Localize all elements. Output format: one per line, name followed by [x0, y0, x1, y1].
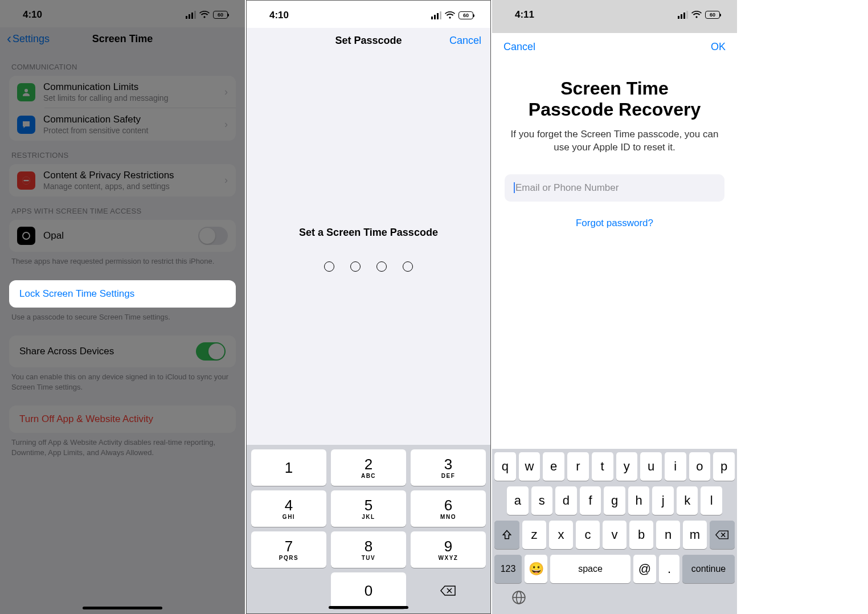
no-entry-icon	[17, 171, 35, 190]
wifi-icon	[691, 11, 702, 19]
key-o[interactable]: o	[689, 452, 711, 481]
key-v[interactable]: v	[603, 521, 627, 549]
key-5[interactable]: 5JKL	[331, 490, 406, 527]
home-indicator[interactable]	[83, 607, 162, 609]
battery-icon: 60	[213, 11, 228, 19]
key-shift[interactable]	[494, 521, 519, 549]
home-indicator[interactable]	[329, 606, 408, 609]
globe-icon[interactable]	[494, 587, 735, 608]
key-n[interactable]: n	[656, 521, 680, 549]
row-share-across-devices[interactable]: Share Across Devices	[9, 335, 236, 367]
passcode-dot	[350, 261, 361, 272]
key-1[interactable]: 1	[251, 449, 326, 486]
key-q[interactable]: q	[494, 452, 516, 481]
sheet-body: Screen TimePasscode Recovery If you forg…	[492, 61, 737, 229]
numeric-keypad: 12ABC3DEF4GHI5JKL6MNO7PQRS8TUV9WXYZ0	[247, 445, 490, 613]
key-dot[interactable]: .	[659, 555, 679, 583]
cancel-button[interactable]: Cancel	[503, 41, 535, 53]
key-x[interactable]: x	[549, 521, 573, 549]
lock-screen-time-button[interactable]: Lock Screen Time Settings	[9, 280, 236, 308]
key-backspace[interactable]	[411, 572, 486, 609]
cellular-icon	[431, 11, 441, 19]
key-g[interactable]: g	[604, 486, 625, 515]
passcode-dots	[324, 261, 413, 272]
key-0[interactable]: 0	[331, 572, 406, 609]
key-e[interactable]: e	[543, 452, 564, 481]
key-w[interactable]: w	[519, 452, 541, 481]
key-9[interactable]: 9WXYZ	[411, 531, 486, 568]
share-toggle[interactable]	[196, 342, 226, 361]
chevron-right-icon: ›	[224, 118, 228, 130]
key-b[interactable]: b	[629, 521, 653, 549]
row-content-privacy[interactable]: Content & Privacy Restrictions Manage co…	[9, 164, 236, 197]
key-blank	[251, 572, 326, 609]
ok-button[interactable]: OK	[711, 41, 726, 53]
status-bar: 4:10 60	[247, 1, 490, 28]
key-7[interactable]: 7PQRS	[251, 531, 326, 568]
key-emoji[interactable]: 😀	[525, 555, 547, 583]
key-m[interactable]: m	[683, 521, 707, 549]
chevron-right-icon: ›	[224, 86, 228, 98]
key-t[interactable]: t	[592, 452, 613, 481]
wifi-icon	[445, 11, 455, 19]
key-r[interactable]: r	[567, 452, 589, 481]
battery-icon: 60	[705, 11, 720, 19]
email-field[interactable]: Email or Phone Number	[505, 174, 724, 202]
key-z[interactable]: z	[522, 521, 546, 549]
qwerty-keyboard: qwertyuiop asdfghjkl zxcvbnm 123 😀 space…	[492, 449, 737, 614]
key-p[interactable]: p	[713, 452, 735, 481]
row-title: Opal	[43, 230, 190, 241]
passcode-area: Set a Screen Time Passcode	[247, 53, 490, 445]
key-a[interactable]: a	[507, 486, 529, 515]
svg-point-4	[23, 232, 30, 239]
key-4[interactable]: 4GHI	[251, 490, 326, 527]
key-k[interactable]: k	[677, 486, 698, 515]
cellular-icon	[678, 11, 688, 19]
key-j[interactable]: j	[652, 486, 674, 515]
key-h[interactable]: h	[628, 486, 650, 515]
opal-toggle[interactable]	[198, 227, 228, 245]
forgot-password-link[interactable]: Forgot password?	[505, 218, 724, 229]
section-apps-access: APPS WITH SCREEN TIME ACCESS	[0, 197, 245, 220]
section-communication: COMMUNICATION	[0, 52, 245, 76]
status-indicators: 60	[431, 11, 473, 19]
key-s[interactable]: s	[531, 486, 553, 515]
key-f[interactable]: f	[580, 486, 601, 515]
key-continue[interactable]: continue	[682, 555, 735, 583]
status-time: 4:11	[515, 9, 534, 21]
sheet-description: If you forget the Screen Time passcode, …	[505, 128, 724, 154]
row-opal[interactable]: Opal	[9, 220, 236, 252]
sheet-backdrop	[492, 27, 737, 33]
key-at[interactable]: @	[633, 555, 656, 583]
key-123[interactable]: 123	[494, 555, 522, 583]
group-turnoff: Turn Off App & Website Activity	[9, 406, 236, 433]
group-lock-settings: Lock Screen Time Settings	[9, 280, 236, 308]
turnoff-footer: Turning off App & Website Activity disab…	[0, 433, 245, 460]
toggle-knob	[208, 343, 224, 359]
key-c[interactable]: c	[576, 521, 600, 549]
back-button[interactable]: ‹Settings	[7, 31, 50, 47]
key-u[interactable]: u	[640, 452, 662, 481]
key-y[interactable]: y	[616, 452, 638, 481]
lock-footer: Use a passcode to secure Screen Time set…	[0, 308, 245, 325]
chevron-right-icon: ›	[224, 174, 228, 186]
key-i[interactable]: i	[665, 452, 686, 481]
screen-recovery: 4:11 60 Cancel OK Screen TimePasscode Re…	[492, 0, 737, 614]
key-3[interactable]: 3DEF	[411, 449, 486, 486]
key-2[interactable]: 2ABC	[331, 449, 406, 486]
row-communication-safety[interactable]: Communication Safety Protect from sensit…	[9, 108, 236, 141]
key-l[interactable]: l	[701, 486, 722, 515]
key-space[interactable]: space	[550, 555, 630, 583]
row-communication-limits[interactable]: Communication Limits Set limits for call…	[9, 76, 236, 108]
key-8[interactable]: 8TUV	[331, 531, 406, 568]
cancel-button[interactable]: Cancel	[449, 35, 481, 47]
nav-bar: ‹Settings Screen Time	[0, 27, 245, 52]
key-backspace[interactable]	[710, 521, 735, 549]
key-d[interactable]: d	[555, 486, 577, 515]
row-subtitle: Set limits for calling and messaging	[43, 93, 216, 103]
row-title: Communication Limits	[43, 81, 216, 93]
nav-bar: Set Passcode Cancel	[247, 28, 490, 53]
apps-footer: These apps have requested permission to …	[0, 252, 245, 269]
turn-off-activity-button[interactable]: Turn Off App & Website Activity	[9, 406, 236, 433]
key-6[interactable]: 6MNO	[411, 490, 486, 527]
